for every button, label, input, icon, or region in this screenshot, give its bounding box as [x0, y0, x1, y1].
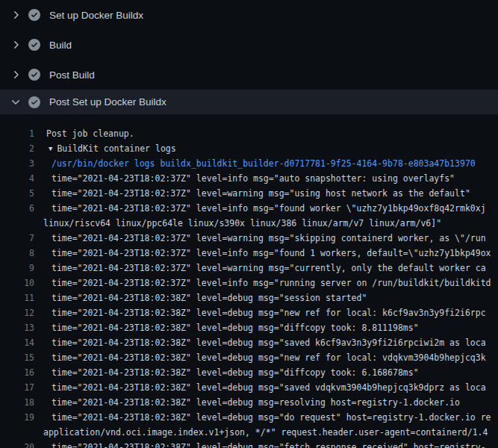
- check-circle-icon: [28, 96, 40, 108]
- step-row-post-build[interactable]: Post Build: [0, 60, 498, 90]
- chevron-right-icon: [10, 39, 22, 51]
- check-circle-icon: [28, 39, 40, 51]
- log-line-number[interactable]: 2: [0, 141, 34, 156]
- log-line-text: time="2021-04-23T18:02:38Z" level=debug …: [34, 350, 486, 365]
- log-line-number[interactable]: 9: [0, 261, 34, 276]
- log-line-number[interactable]: 7: [0, 231, 34, 246]
- log-line-text: time="2021-04-23T18:02:37Z" level=warnin…: [34, 186, 470, 201]
- log-line: 10time="2021-04-23T18:02:37Z" level=info…: [0, 276, 498, 290]
- log-line-number[interactable]: 18: [0, 395, 34, 410]
- log-line-text: time="2021-04-23T18:02:37Z" level=info m…: [34, 276, 491, 290]
- log-line-number[interactable]: 3: [0, 156, 34, 171]
- log-line: 19time="2021-04-23T18:02:38Z" level=debu…: [0, 410, 498, 425]
- log-line-number[interactable]: 14: [0, 335, 34, 350]
- log-line: 5time="2021-04-23T18:02:37Z" level=warni…: [0, 186, 498, 201]
- log-line-text: time="2021-04-23T18:02:37Z" level=info m…: [34, 246, 491, 261]
- log-line-number[interactable]: 5: [0, 186, 34, 201]
- log-line-text: time="2021-04-23T18:02:37Z" level=info m…: [34, 201, 486, 216]
- actions-log-viewer: Set up Docker BuildxBuildPost BuildPost …: [0, 0, 498, 448]
- log-line-number[interactable]: 8: [0, 246, 34, 261]
- log-line: 11time="2021-04-23T18:02:38Z" level=debu…: [0, 290, 498, 305]
- log-line: 12time="2021-04-23T18:02:38Z" level=debu…: [0, 305, 498, 320]
- chevron-right-icon: [10, 69, 22, 81]
- group-toggle-triangle-icon[interactable]: ▼: [49, 141, 52, 156]
- step-label: Post Set up Docker Buildx: [49, 96, 166, 108]
- log-line: 14time="2021-04-23T18:02:38Z" level=debu…: [0, 335, 498, 350]
- log-line-text: time="2021-04-23T18:02:38Z" level=debug …: [34, 305, 486, 320]
- log-line-text: time="2021-04-23T18:02:38Z" level=debug …: [34, 410, 491, 425]
- log-line-text[interactable]: ▼BuildKit container logs: [34, 141, 176, 156]
- log-line: 4time="2021-04-23T18:02:37Z" level=info …: [0, 171, 498, 186]
- log-line: 9time="2021-04-23T18:02:37Z" level=warni…: [0, 261, 498, 276]
- log-line: 16time="2021-04-23T18:02:38Z" level=debu…: [0, 365, 498, 380]
- log-line-text: time="2021-04-23T18:02:37Z" level=info m…: [34, 171, 455, 186]
- log-line-text: time="2021-04-23T18:02:38Z" level=debug …: [34, 440, 486, 448]
- log-panel: 1Post job cleanup.2▼BuildKit container l…: [0, 114, 498, 448]
- log-line: 1Post job cleanup.: [0, 126, 498, 141]
- log-line-number[interactable]: 16: [0, 365, 34, 380]
- log-line-number[interactable]: 10: [0, 276, 34, 290]
- log-line: 2▼BuildKit container logs: [0, 141, 498, 156]
- log-line: 13time="2021-04-23T18:02:38Z" level=debu…: [0, 320, 498, 335]
- chevron-right-icon: [10, 9, 22, 21]
- log-line: application/vnd.oci.image.index.v1+json,…: [0, 425, 498, 440]
- log-line-text: Post job cleanup.: [34, 126, 134, 141]
- log-line: 17time="2021-04-23T18:02:38Z" level=debu…: [0, 380, 498, 395]
- log-line-number[interactable]: 4: [0, 171, 34, 186]
- log-line: 7time="2021-04-23T18:02:37Z" level=warni…: [0, 231, 498, 246]
- log-line-number[interactable]: 20: [0, 440, 34, 448]
- log-line-number: [0, 425, 34, 440]
- log-line-number[interactable]: 15: [0, 350, 34, 365]
- log-line-number[interactable]: 13: [0, 320, 34, 335]
- log-line: linux/riscv64 linux/ppc64le linux/s390x …: [0, 216, 498, 231]
- step-row-post-set-up-docker-buildx[interactable]: Post Set up Docker Buildx: [0, 90, 498, 114]
- log-line: 6time="2021-04-23T18:02:37Z" level=info …: [0, 201, 498, 216]
- log-line-text: time="2021-04-23T18:02:38Z" level=debug …: [34, 380, 486, 395]
- log-command-text: /usr/bin/docker logs buildx_buildkit_bui…: [34, 156, 476, 171]
- step-row-set-up-docker-buildx[interactable]: Set up Docker Buildx: [0, 0, 498, 30]
- log-line-number[interactable]: 11: [0, 290, 34, 305]
- step-row-build[interactable]: Build: [0, 30, 498, 60]
- log-line: 15time="2021-04-23T18:02:38Z" level=debu…: [0, 350, 498, 365]
- log-line-text: time="2021-04-23T18:02:38Z" level=debug …: [34, 335, 486, 350]
- step-label: Build: [49, 40, 72, 51]
- step-list: Set up Docker BuildxBuildPost BuildPost …: [0, 0, 498, 114]
- log-line-text: application/vnd.oci.image.index.v1+json,…: [34, 425, 488, 440]
- log-line-number[interactable]: 6: [0, 201, 34, 216]
- step-label: Set up Docker Buildx: [49, 10, 143, 21]
- log-line: 20time="2021-04-23T18:02:38Z" level=debu…: [0, 440, 498, 448]
- log-line: 8time="2021-04-23T18:02:37Z" level=info …: [0, 246, 498, 261]
- step-label: Post Build: [49, 69, 95, 81]
- group-title: BuildKit container logs: [57, 143, 175, 154]
- log-line-number[interactable]: 1: [0, 126, 34, 141]
- log-line-text: time="2021-04-23T18:02:38Z" level=debug …: [34, 365, 419, 380]
- log-line-number[interactable]: 19: [0, 410, 34, 425]
- log-line-text: time="2021-04-23T18:02:38Z" level=debug …: [34, 290, 367, 305]
- log-line-text: time="2021-04-23T18:02:38Z" level=debug …: [34, 395, 460, 410]
- log-line-text: linux/riscv64 linux/ppc64le linux/s390x …: [34, 216, 441, 231]
- log-line-number: [0, 216, 34, 231]
- log-line-text: time="2021-04-23T18:02:37Z" level=warnin…: [34, 261, 486, 276]
- check-circle-icon: [28, 69, 40, 81]
- log-line-text: time="2021-04-23T18:02:37Z" level=warnin…: [34, 231, 486, 246]
- chevron-down-icon: [10, 96, 22, 108]
- log-line-number[interactable]: 17: [0, 380, 34, 395]
- check-circle-icon: [28, 9, 40, 21]
- log-line: 18time="2021-04-23T18:02:38Z" level=debu…: [0, 395, 498, 410]
- log-line: 3/usr/bin/docker logs buildx_buildkit_bu…: [0, 156, 498, 171]
- log-line-text: time="2021-04-23T18:02:38Z" level=debug …: [34, 320, 419, 335]
- log-line-number[interactable]: 12: [0, 305, 34, 320]
